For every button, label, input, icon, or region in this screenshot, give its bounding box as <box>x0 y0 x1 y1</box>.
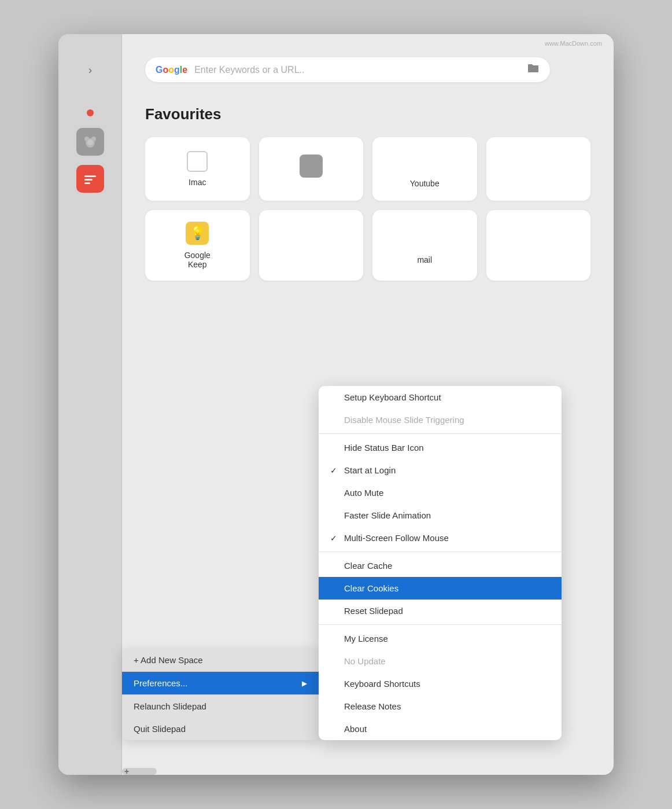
app-window: › Google Enter <box>58 34 614 775</box>
imac-label: Imac <box>189 178 206 187</box>
clear-cache[interactable]: Clear Cache <box>319 554 562 577</box>
submenu-divider-1 <box>319 433 562 434</box>
google-keep-icon: 💡 <box>186 222 209 245</box>
favourites-grid: Imac Youtube 💡 GoogleKeep <box>145 137 590 281</box>
blank-icon-4 <box>527 155 550 178</box>
favourites-title: Favourites <box>145 105 590 123</box>
blank-icon-8 <box>527 231 550 254</box>
fav-item-youtube[interactable]: Youtube <box>372 137 477 201</box>
disable-mouse-slide: Disable Mouse Slide Triggering <box>319 409 562 431</box>
preferences-menu-item[interactable]: Preferences... ▶ <box>122 672 319 694</box>
imac-icon <box>187 151 208 172</box>
fav-item-blob[interactable] <box>259 137 364 201</box>
scrollbar[interactable]: + <box>122 768 157 775</box>
svg-rect-4 <box>84 175 96 177</box>
sidebar: › <box>58 34 122 775</box>
no-update: No Update <box>319 650 562 672</box>
fav-item-imac[interactable]: Imac <box>145 137 250 201</box>
submenu-divider-3 <box>319 624 562 625</box>
preferences-submenu: Setup Keyboard Shortcut Disable Mouse Sl… <box>319 386 562 740</box>
multi-screen-follow-mouse[interactable]: Multi-Screen Follow Mouse <box>319 527 562 549</box>
add-new-space[interactable]: + Add New Space <box>122 649 319 672</box>
fav-item-google-keep[interactable]: 💡 GoogleKeep <box>145 210 250 281</box>
svg-rect-6 <box>84 182 90 184</box>
todoist-icon <box>82 171 98 187</box>
fav-item-blank4[interactable] <box>486 137 591 201</box>
setup-keyboard-shortcut[interactable]: Setup Keyboard Shortcut <box>319 386 562 409</box>
faster-slide-animation[interactable]: Faster Slide Animation <box>319 504 562 527</box>
quit-slidepad[interactable]: Quit Slidepad <box>122 718 319 740</box>
blank-icon-6 <box>300 231 323 254</box>
my-license[interactable]: My License <box>319 627 562 650</box>
auto-mute[interactable]: Auto Mute <box>319 481 562 504</box>
about[interactable]: About <box>319 718 562 740</box>
sidebar-icon-red[interactable] <box>76 165 104 193</box>
submenu-divider-2 <box>319 551 562 552</box>
google-logo: Google <box>156 65 187 75</box>
reset-slidepad[interactable]: Reset Slidepad <box>319 600 562 622</box>
watermark: www.MacDown.com <box>545 40 602 47</box>
submenu-arrow: ▶ <box>302 679 307 687</box>
mail-label: mail <box>417 255 432 264</box>
release-notes[interactable]: Release Notes <box>319 695 562 718</box>
plus-icon: + <box>124 767 129 775</box>
svg-point-3 <box>87 139 93 145</box>
start-at-login[interactable]: Start at Login <box>319 459 562 481</box>
context-menu-left: + Add New Space Preferences... ▶ Relaunc… <box>122 649 319 740</box>
sidebar-icon-gray[interactable] <box>76 128 104 156</box>
google-keep-label: GoogleKeep <box>184 251 211 269</box>
sidebar-notification-dot <box>87 109 94 116</box>
fav-item-blank8[interactable] <box>486 210 591 281</box>
bear-icon <box>82 134 98 150</box>
fav-item-blank6[interactable] <box>259 210 364 281</box>
context-area: + Add New Space Preferences... ▶ Relaunc… <box>122 649 527 740</box>
search-bar[interactable]: Google Enter Keywords or a URL.. <box>145 57 550 82</box>
mail-icon <box>413 226 436 249</box>
blob-icon <box>300 155 323 178</box>
relaunch-slidepad[interactable]: Relaunch Slidepad <box>122 694 319 718</box>
youtube-icon-placeholder <box>413 150 436 173</box>
folder-icon[interactable] <box>527 63 540 76</box>
svg-rect-5 <box>84 179 93 181</box>
search-placeholder: Enter Keywords or a URL.. <box>194 65 527 75</box>
main-content: Google Enter Keywords or a URL.. Favouri… <box>122 34 614 775</box>
sidebar-expand-arrow[interactable]: › <box>58 64 122 76</box>
clear-cookies[interactable]: Clear Cookies <box>319 577 562 600</box>
fav-item-mail[interactable]: mail <box>372 210 477 281</box>
keyboard-shortcuts[interactable]: Keyboard Shortcuts <box>319 672 562 695</box>
youtube-label: Youtube <box>410 179 440 188</box>
hide-status-bar[interactable]: Hide Status Bar Icon <box>319 436 562 459</box>
